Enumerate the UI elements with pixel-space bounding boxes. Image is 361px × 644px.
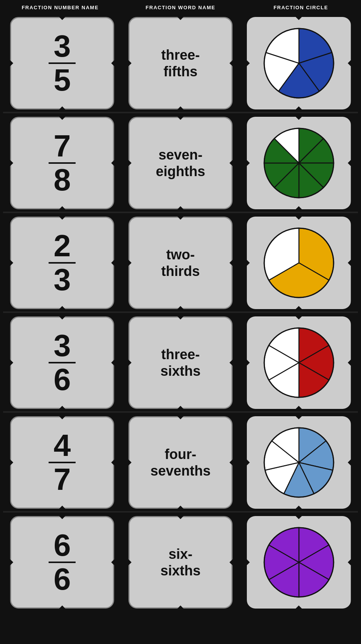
denominator: 6 bbox=[54, 364, 71, 395]
grid-row: 4 7 four-sevenths bbox=[3, 413, 358, 511]
fraction-number-card: 2 3 bbox=[10, 217, 114, 309]
denominator: 7 bbox=[54, 464, 71, 495]
fraction-word-card: two-thirds bbox=[128, 217, 233, 309]
fraction-word: four-sevenths bbox=[150, 446, 211, 479]
denominator: 8 bbox=[54, 165, 71, 195]
grid-row: 7 8 seven-eighths bbox=[3, 113, 358, 212]
fraction-word-card: four-sevenths bbox=[128, 416, 233, 509]
fraction-circle-card bbox=[247, 516, 351, 609]
numerator: 2 bbox=[54, 230, 71, 261]
fraction-word: two-thirds bbox=[161, 246, 200, 279]
header-row: FRACTION NUMBER NAME FRACTION WORD NAME … bbox=[0, 0, 361, 13]
fraction-number-card: 3 5 bbox=[10, 17, 114, 109]
fraction-number-card: 6 6 bbox=[10, 516, 114, 609]
fraction-word: six-sixths bbox=[160, 546, 201, 579]
grid-row: 3 6 three-sixths bbox=[3, 313, 358, 411]
fraction-circle-card bbox=[247, 17, 351, 109]
fraction-word-card: three-sixths bbox=[128, 316, 233, 409]
numerator: 7 bbox=[54, 131, 71, 161]
grid-body: 3 5 three-fifths 7 8 seven-eighths 2 3 t… bbox=[0, 13, 361, 611]
fraction-word: three-sixths bbox=[160, 346, 201, 379]
col1-header: FRACTION NUMBER NAME bbox=[6, 5, 114, 10]
grid-row: 6 6 six-sixths bbox=[3, 513, 358, 611]
fraction-circle-card bbox=[247, 217, 351, 309]
fraction-word-card: seven-eighths bbox=[128, 117, 233, 209]
fraction-text: 2 3 bbox=[49, 230, 76, 295]
col2-header: FRACTION WORD NAME bbox=[127, 5, 234, 10]
fraction-word: three-fifths bbox=[161, 47, 200, 80]
numerator: 4 bbox=[54, 430, 71, 461]
fraction-circle-card bbox=[247, 117, 351, 209]
fraction-number-card: 7 8 bbox=[10, 117, 114, 209]
fraction-word-card: three-fifths bbox=[128, 17, 233, 109]
fraction-circle-card bbox=[247, 316, 351, 409]
denominator: 6 bbox=[54, 564, 71, 595]
fraction-text: 3 5 bbox=[49, 31, 76, 96]
numerator: 6 bbox=[54, 530, 71, 561]
fraction-word: seven-eighths bbox=[156, 146, 205, 180]
fraction-word-card: six-sixths bbox=[128, 516, 233, 609]
fraction-text: 4 7 bbox=[49, 430, 76, 495]
fraction-text: 6 6 bbox=[49, 530, 76, 595]
fraction-number-card: 4 7 bbox=[10, 416, 114, 509]
fraction-text: 7 8 bbox=[49, 131, 76, 195]
fraction-circle-card bbox=[247, 416, 351, 509]
denominator: 3 bbox=[54, 264, 71, 295]
numerator: 3 bbox=[54, 31, 71, 62]
col3-header: FRACTION CIRCLE bbox=[247, 5, 355, 10]
fraction-text: 3 6 bbox=[49, 330, 76, 395]
numerator: 3 bbox=[54, 330, 71, 361]
grid-row: 2 3 two-thirds bbox=[3, 213, 358, 311]
fraction-number-card: 3 6 bbox=[10, 316, 114, 409]
grid-row: 3 5 three-fifths bbox=[3, 13, 358, 112]
denominator: 5 bbox=[54, 65, 71, 96]
